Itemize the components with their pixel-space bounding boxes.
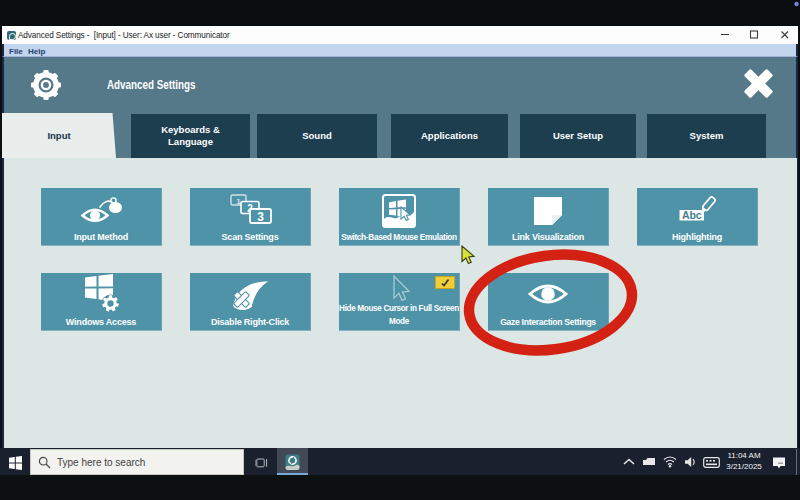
svg-text:3: 3: [257, 210, 264, 224]
svg-text:Abc: Abc: [682, 209, 702, 221]
